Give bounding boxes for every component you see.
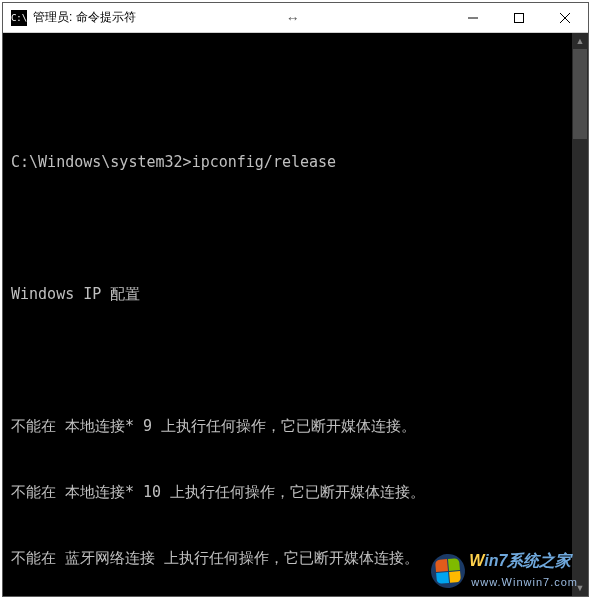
vertical-scrollbar[interactable]: ▲ ▼ [572,33,588,596]
prompt-line: C:\Windows\system32>ipconfig/release [11,151,588,173]
maximize-button[interactable] [496,3,542,33]
window-controls [450,3,588,33]
scroll-down-button[interactable]: ▼ [572,580,588,596]
command-prompt-window: C:\ 管理员: 命令提示符 ↔ C:\Windows\system32>ipc… [2,2,589,597]
scroll-track[interactable] [572,49,588,580]
titlebar[interactable]: C:\ 管理员: 命令提示符 ↔ [3,3,588,33]
svg-rect-1 [515,13,524,22]
config-header: Windows IP 配置 [11,283,588,305]
app-icon: C:\ [11,10,27,26]
scroll-up-button[interactable]: ▲ [572,33,588,49]
window-title: 管理员: 命令提示符 [33,9,136,26]
noop-line: 不能在 本地连接* 10 上执行任何操作，它已断开媒体连接。 [11,481,588,503]
noop-line: 不能在 本地连接* 9 上执行任何操作，它已断开媒体连接。 [11,415,588,437]
close-button[interactable] [542,3,588,33]
scroll-thumb[interactable] [573,49,587,139]
terminal-output[interactable]: C:\Windows\system32>ipconfig/release Win… [3,33,588,596]
noop-line: 不能在 蓝牙网络连接 上执行任何操作，它已断开媒体连接。 [11,547,588,569]
minimize-button[interactable] [450,3,496,33]
resize-handle-icon[interactable]: ↔ [270,3,316,33]
